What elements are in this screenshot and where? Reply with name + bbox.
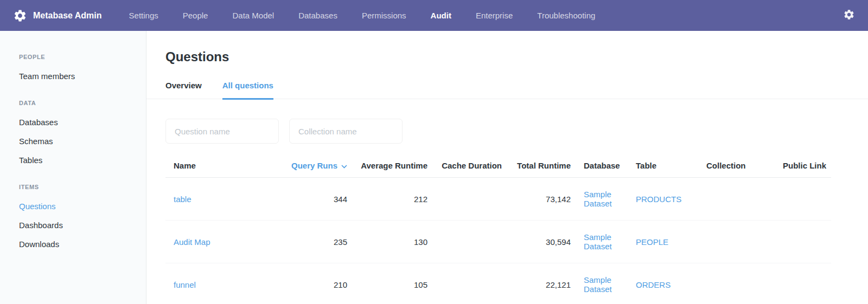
nav-item-databases[interactable]: Databases [298, 11, 337, 20]
question-name-input[interactable] [165, 119, 279, 144]
sidebar-section-items: ITEMS Questions Dashboards Downloads [19, 184, 146, 254]
brand-title: Metabase Admin [33, 11, 102, 21]
total-runtime-value: 22,121 [502, 263, 571, 304]
public-link-value [770, 263, 831, 304]
nav-item-people[interactable]: People [183, 11, 208, 20]
query-runs-value: 344 [282, 178, 347, 221]
filter-bar [165, 119, 868, 144]
collection-name-input[interactable] [289, 119, 403, 144]
table-row: Audit Map 235 130 30,594 Sample Dataset … [165, 221, 831, 263]
column-header-collection[interactable]: Collection [693, 161, 770, 178]
sidebar-section-people: PEOPLE Team members [19, 54, 146, 86]
cache-duration-value [427, 263, 502, 304]
column-header-query-runs[interactable]: Query Runs [282, 161, 347, 178]
sidebar-item-team-members[interactable]: Team members [19, 67, 146, 86]
query-runs-value: 210 [282, 263, 347, 304]
tab-all-questions[interactable]: All questions [222, 81, 273, 100]
sidebar-section-data: DATA Databases Schemas Tables [19, 100, 146, 170]
nav-item-permissions[interactable]: Permissions [362, 11, 406, 20]
page-title: Questions [165, 49, 868, 64]
metabase-admin-brand[interactable]: Metabase Admin [13, 9, 102, 23]
sidebar-item-downloads[interactable]: Downloads [19, 235, 146, 254]
collection-value [693, 178, 770, 221]
sidebar: PEOPLE Team members DATA Databases Schem… [0, 31, 146, 304]
total-runtime-value: 30,594 [502, 221, 571, 263]
question-link[interactable]: Audit Map [174, 237, 210, 247]
public-link-value [770, 178, 831, 221]
column-header-name[interactable]: Name [165, 161, 282, 178]
sidebar-item-dashboards[interactable]: Dashboards [19, 216, 146, 235]
chevron-down-icon [341, 161, 347, 170]
nav-item-audit[interactable]: Audit [431, 11, 451, 20]
main-content: Questions Overview All questions Name Qu… [146, 31, 868, 304]
table-link[interactable]: PEOPLE [636, 237, 668, 247]
sidebar-item-databases[interactable]: Databases [19, 113, 146, 132]
table-link[interactable]: ORDERS [636, 280, 671, 289]
column-header-public-link[interactable]: Public Link [770, 161, 831, 178]
average-runtime-value: 130 [347, 221, 427, 263]
sidebar-item-tables[interactable]: Tables [19, 151, 146, 170]
top-nav: Metabase Admin Settings People Data Mode… [0, 0, 868, 31]
sidebar-section-title: ITEMS [19, 184, 146, 190]
sidebar-item-schemas[interactable]: Schemas [19, 132, 146, 151]
database-link[interactable]: Sample Dataset [584, 275, 612, 294]
table-row: table 344 212 73,142 Sample Dataset PROD… [165, 178, 831, 221]
nav-item-troubleshooting[interactable]: Troubleshooting [537, 11, 595, 20]
cache-duration-value [427, 178, 502, 221]
tab-bar: Overview All questions [146, 81, 868, 99]
settings-gear-button[interactable] [843, 9, 855, 23]
gear-icon [843, 9, 855, 23]
database-link[interactable]: Sample Dataset [584, 232, 612, 251]
table-link[interactable]: PRODUCTS [636, 195, 681, 204]
nav-item-settings[interactable]: Settings [129, 11, 158, 20]
sidebar-section-title: PEOPLE [19, 54, 146, 60]
column-header-average-runtime[interactable]: Average Runtime [347, 161, 427, 178]
table-row: funnel 210 105 22,121 Sample Dataset ORD… [165, 263, 831, 304]
tab-overview[interactable]: Overview [165, 81, 202, 100]
collection-value [693, 263, 770, 304]
question-link[interactable]: funnel [174, 280, 196, 289]
column-header-database[interactable]: Database [571, 161, 623, 178]
database-link[interactable]: Sample Dataset [584, 190, 612, 208]
sidebar-section-title: DATA [19, 100, 146, 106]
content-layout: PEOPLE Team members DATA Databases Schem… [0, 31, 868, 304]
public-link-value [770, 221, 831, 263]
table-header-row: Name Query Runs Average Runtime Cache Du… [165, 161, 831, 178]
column-header-cache-duration[interactable]: Cache Duration [427, 161, 502, 178]
sidebar-item-questions[interactable]: Questions [19, 197, 146, 216]
cache-duration-value [427, 221, 502, 263]
column-header-table[interactable]: Table [623, 161, 693, 178]
nav-item-data-model[interactable]: Data Model [232, 11, 274, 20]
gear-icon [13, 9, 27, 23]
top-nav-items: Settings People Data Model Databases Per… [129, 11, 596, 20]
total-runtime-value: 73,142 [502, 178, 571, 221]
collection-value [693, 221, 770, 263]
average-runtime-value: 212 [347, 178, 427, 221]
average-runtime-value: 105 [347, 263, 427, 304]
question-link[interactable]: table [174, 195, 192, 204]
column-header-total-runtime[interactable]: Total Runtime [502, 161, 571, 178]
nav-item-enterprise[interactable]: Enterprise [476, 11, 513, 20]
query-runs-value: 235 [282, 221, 347, 263]
questions-table: Name Query Runs Average Runtime Cache Du… [165, 161, 831, 304]
